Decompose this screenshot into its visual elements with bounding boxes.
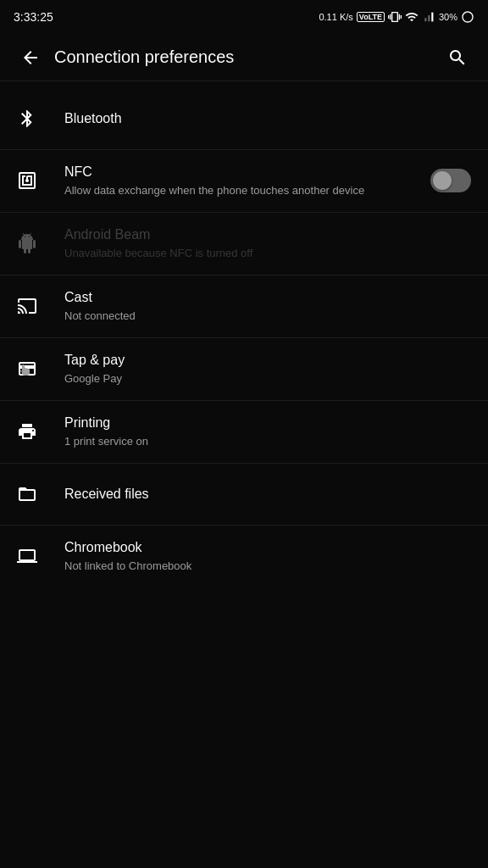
- tap-pay-text: Tap & pay Google Pay: [58, 352, 471, 387]
- settings-item-tap-pay[interactable]: Tap & pay Google Pay: [0, 338, 488, 400]
- android-beam-icon: [17, 233, 58, 253]
- settings-item-printing[interactable]: Printing 1 print service on: [0, 401, 488, 463]
- bluetooth-icon: [17, 108, 58, 129]
- nfc-icon: [17, 170, 58, 191]
- printing-text: Printing 1 print service on: [58, 415, 471, 449]
- vibrate-icon: [388, 10, 402, 24]
- battery-text: 30%: [439, 12, 458, 22]
- signal-icon: [422, 10, 435, 24]
- volte-badge: VoLTE: [357, 12, 385, 22]
- search-button[interactable]: [441, 41, 474, 75]
- nfc-toggle[interactable]: [430, 169, 471, 192]
- chromebook-text: Chromebook Not linked to Chromebook: [58, 539, 471, 574]
- chromebook-icon: [17, 546, 58, 566]
- settings-item-received-files[interactable]: Received files: [0, 464, 488, 525]
- android-beam-text: Android Beam Unavailable because NFC is …: [58, 226, 471, 261]
- received-files-text: Received files: [58, 486, 471, 504]
- received-files-title: Received files: [64, 486, 471, 504]
- nfc-title: NFC: [64, 164, 424, 181]
- cast-title: Cast: [64, 289, 471, 307]
- received-files-icon: [17, 484, 58, 504]
- wifi-icon: [405, 10, 419, 24]
- search-icon: [447, 47, 468, 68]
- chromebook-subtitle: Not linked to Chromebook: [64, 559, 471, 574]
- cast-icon: [17, 296, 58, 316]
- settings-item-nfc[interactable]: NFC Allow data exchange when the phone t…: [0, 150, 488, 212]
- settings-list: Bluetooth NFC Allow data exchange when t…: [0, 81, 488, 594]
- android-beam-subtitle: Unavailable because NFC is turned off: [64, 246, 471, 261]
- printing-title: Printing: [64, 415, 471, 432]
- printing-icon: [17, 421, 58, 442]
- back-arrow-icon: [20, 47, 41, 68]
- printing-subtitle: 1 print service on: [64, 434, 471, 449]
- status-time: 3:33:25: [14, 10, 53, 24]
- status-bar: 3:33:25 0.11 K/s VoLTE 30%: [0, 0, 488, 34]
- nfc-subtitle: Allow data exchange when the phone touch…: [64, 183, 424, 198]
- tap-pay-title: Tap & pay: [64, 352, 471, 370]
- cast-text: Cast Not connected: [58, 289, 471, 324]
- settings-item-android-beam: Android Beam Unavailable because NFC is …: [0, 213, 488, 275]
- chromebook-title: Chromebook: [64, 539, 471, 557]
- app-bar: Connection preferences: [0, 34, 488, 81]
- tap-pay-subtitle: Google Pay: [64, 371, 471, 387]
- network-speed: 0.11 K/s: [319, 12, 352, 22]
- bluetooth-text: Bluetooth: [58, 110, 471, 128]
- tap-pay-icon: [17, 359, 58, 379]
- android-beam-title: Android Beam: [64, 226, 471, 244]
- status-icons: 0.11 K/s VoLTE 30%: [319, 10, 474, 24]
- app-bar-title: Connection preferences: [54, 47, 441, 67]
- back-button[interactable]: [14, 41, 47, 75]
- nfc-text: NFC Allow data exchange when the phone t…: [58, 164, 424, 198]
- cast-subtitle: Not connected: [64, 309, 471, 324]
- settings-item-cast[interactable]: Cast Not connected: [0, 275, 488, 337]
- settings-item-bluetooth[interactable]: Bluetooth: [0, 88, 488, 149]
- settings-item-chromebook[interactable]: Chromebook Not linked to Chromebook: [0, 526, 488, 587]
- battery-icon: [461, 10, 474, 24]
- bluetooth-title: Bluetooth: [64, 110, 471, 128]
